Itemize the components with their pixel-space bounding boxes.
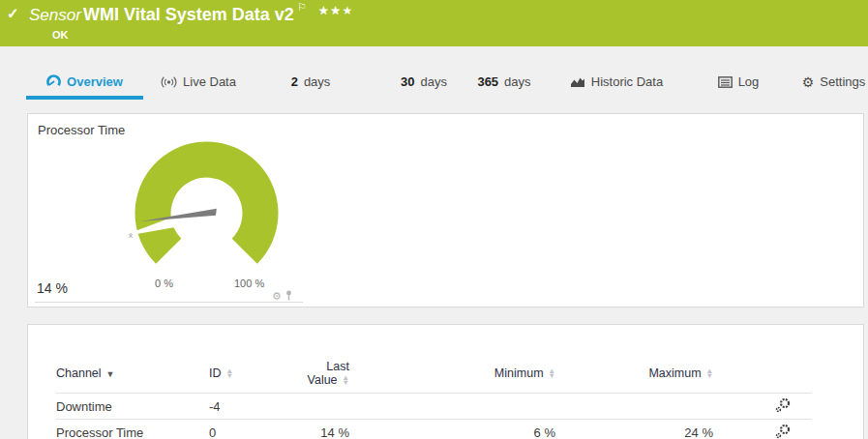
gauge-average-marker: x̄ — [129, 231, 133, 240]
cell-maximum: 24 % — [555, 420, 713, 439]
table-row: Downtime -4 — [56, 394, 812, 420]
broadcast-icon — [161, 75, 177, 89]
column-label: Maximum — [648, 366, 701, 380]
table-header-row: Channel▼ ID▲▼ Last Value▲▼ Minimum▲▼ Max… — [56, 360, 812, 394]
column-header-maximum[interactable]: Maximum▲▼ — [555, 360, 713, 394]
list-icon — [718, 76, 733, 88]
tab-bar: Overview Live Data 2 days 30 days 365 da… — [0, 46, 868, 113]
cell-maximum — [555, 394, 713, 420]
sensor-title: WMI Vital System Data v2 — [83, 5, 294, 25]
tab-label: Overview — [67, 74, 123, 89]
cell-channel: Processor Time — [56, 420, 209, 439]
sort-icon: ▲▼ — [549, 369, 555, 378]
gauge-settings-gear-icon[interactable]: ⚙ — [272, 290, 282, 303]
cell-channel: Downtime — [56, 394, 209, 420]
tab-settings[interactable]: ⚙ Settings — [799, 68, 868, 96]
tab-number: 365 — [477, 74, 498, 89]
gauge-scale-min: 0 % — [155, 278, 173, 289]
sensor-header: ✓ Sensor WMI Vital System Data v2 ⚐ ★★★☆… — [0, 0, 868, 46]
flag-icon[interactable]: ⚐ — [297, 1, 307, 14]
status-ok-check-icon: ✓ — [7, 5, 19, 22]
channel-table-panel: Channel▼ ID▲▼ Last Value▲▼ Minimum▲▼ Max… — [27, 324, 864, 439]
channel-settings-icon[interactable] — [775, 397, 791, 416]
channel-settings-icon[interactable] — [775, 424, 791, 439]
column-header-actions — [713, 360, 812, 394]
tab-2-days[interactable]: 2 days — [284, 68, 338, 96]
tab-overview[interactable]: Overview — [26, 68, 143, 100]
stars-empty[interactable]: ☆☆ — [318, 4, 343, 17]
sort-icon: ▲▼ — [706, 369, 713, 378]
tab-label: Historic Data — [591, 74, 663, 89]
tab-30-days[interactable]: 30 days — [391, 68, 457, 96]
tab-label: days — [421, 74, 447, 89]
tab-label: days — [504, 74, 530, 89]
table-row: Processor Time 0 14 % 6 % 24 % — [56, 420, 812, 439]
tab-log[interactable]: Log — [713, 68, 763, 96]
tab-label: Settings — [820, 74, 865, 89]
status-badge: OK — [52, 29, 69, 41]
cell-minimum: 6 % — [349, 420, 555, 439]
cell-minimum — [349, 394, 555, 420]
column-label: ID — [209, 366, 222, 380]
sort-icon: ▲▼ — [226, 369, 233, 378]
tab-historic-data[interactable]: Historic Data — [569, 68, 664, 96]
column-header-id[interactable]: ID▲▼ — [209, 360, 296, 394]
gauge-last-value: 14 % — [37, 280, 68, 296]
column-label: Channel — [56, 366, 102, 380]
column-label: Minimum — [494, 366, 544, 380]
cell-last-value: 14 % — [296, 420, 349, 439]
tab-365-days[interactable]: 365 days — [469, 68, 539, 96]
object-kind-label: Sensor — [29, 6, 81, 25]
column-header-minimum[interactable]: Minimum▲▼ — [349, 360, 555, 394]
gauge-title: Processor Time — [38, 123, 125, 137]
tab-label: Live Data — [183, 74, 236, 89]
gauge-scale-max: 100 % — [234, 278, 264, 289]
gauge-panel: Processor Time x̄ 0 % 100 % 14 % ⚙ — [27, 113, 864, 307]
tab-label: Log — [738, 74, 760, 89]
tab-number: 30 — [401, 74, 414, 89]
tab-number: 2 — [291, 74, 298, 89]
gauge-icon — [46, 74, 61, 89]
sort-descending-icon: ▼ — [106, 369, 115, 379]
cell-id: 0 — [209, 420, 296, 439]
column-header-channel[interactable]: Channel▼ — [56, 360, 209, 394]
gauge-baseline — [35, 302, 303, 303]
tab-label: days — [304, 74, 330, 89]
sort-icon: ▲▼ — [343, 376, 349, 385]
processor-time-gauge: x̄ — [129, 137, 293, 278]
column-header-last-value[interactable]: Last Value▲▼ — [296, 360, 349, 394]
tab-live-data[interactable]: Live Data — [155, 68, 242, 96]
channel-table: Channel▼ ID▲▼ Last Value▲▼ Minimum▲▼ Max… — [56, 360, 812, 439]
cell-id: -4 — [209, 394, 296, 420]
area-chart-icon — [570, 75, 585, 88]
gear-icon: ⚙ — [802, 74, 815, 90]
cell-last-value — [296, 394, 349, 420]
